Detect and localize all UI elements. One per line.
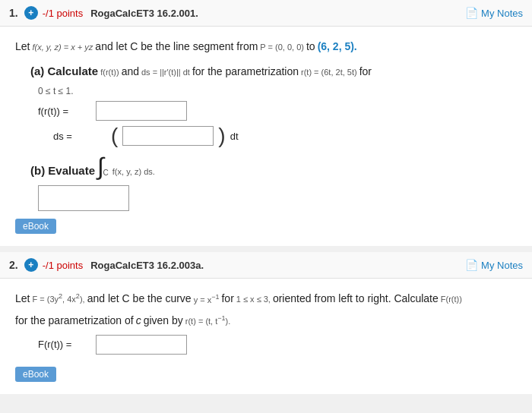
to-point-1: (6, 2, 5). [318, 37, 357, 56]
part-b-input-area [38, 185, 517, 211]
my-notes-link-1[interactable]: 📄 My Notes [465, 7, 523, 19]
ebook-button-2[interactable]: eBook [15, 367, 56, 382]
F-rt-2: F(r(t)) [441, 292, 462, 307]
ds-row: ds = ( ) dt [53, 125, 517, 147]
range-2: 1 ≤ x ≤ 3, [236, 292, 271, 307]
question-2-body: Let F = (3y2, 4x2), and let C be the cur… [0, 279, 532, 393]
close-paren: ) [218, 125, 225, 147]
part-a-for2: for [359, 62, 372, 81]
and-text-1: and let C be the line segment from [95, 37, 258, 56]
part-a-f: f(r(t)) [100, 65, 119, 80]
question-1: 1. + -/1 points RogaCalcET3 16.2.001. 📄 … [0, 0, 532, 246]
from-point-1: P = (0, 0, 0) [260, 40, 304, 55]
integral-text: f(x, y, z) ds. [112, 165, 155, 180]
F-rt-input[interactable] [96, 335, 187, 355]
curve-eq-2: y = x−1 [194, 291, 220, 307]
part-a-for: for the parametrization [192, 62, 299, 81]
F-rt-row: F(r(t)) = [38, 335, 517, 355]
question-2-header: 2. + -/1 points RogaCalcET3 16.2.003a. 📄… [0, 252, 532, 279]
f-def-1: f(x, y, z) = x + yz [32, 40, 93, 55]
and-text-2: and let C be the curve [87, 289, 192, 308]
problem-1-statement: Let f(x, y, z) = x + yz and let C be the… [15, 37, 517, 56]
notes-label-2: My Notes [481, 260, 523, 271]
question-1-points: -/1 points [43, 8, 83, 19]
ebook-button-1[interactable]: eBook [15, 219, 56, 234]
integral-symbol: ∫ C [97, 154, 104, 178]
part-b-row: (b) Evaluate ∫ C f(x, y, z) ds. [30, 154, 517, 181]
question-2: 2. + -/1 points RogaCalcET3 16.2.003a. 📄… [0, 252, 532, 393]
question-1-title: RogaCalcET3 16.2.001. [90, 8, 465, 19]
integral-sub-label: C [103, 169, 109, 177]
f-rt-input[interactable] [96, 101, 187, 121]
given-text-2: given by [144, 311, 183, 330]
part-a-and: and [122, 62, 139, 81]
part-a-row: (a) Calculate f(r(t)) and ds = ||r′(t)||… [30, 61, 517, 81]
F-rt-label: F(r(t)) = [38, 339, 91, 350]
ds-input[interactable] [122, 126, 214, 146]
f-rt-row: f(r(t)) = [38, 101, 517, 121]
r-def-2: r(t) = (t, t−1). [185, 312, 230, 329]
let-text-2: Let [15, 289, 30, 308]
part-a-label: (a) Calculate [30, 61, 98, 81]
question-2-number: 2. [9, 259, 18, 271]
oriented-text-2: oriented from left to right. Calculate [273, 289, 439, 308]
F-def-2: F = (3y2, 4x2), [32, 291, 84, 307]
to-text-1: to [306, 37, 315, 56]
dt-label: dt [230, 131, 239, 142]
c-text-2: c [136, 311, 141, 330]
constraint-1: 0 ≤ t ≤ 1. [38, 86, 517, 96]
open-paren: ( [111, 125, 118, 147]
question-2-badge: + [24, 258, 38, 272]
question-1-badge: + [24, 6, 38, 20]
question-1-body: Let f(x, y, z) = x + yz and let C be the… [0, 27, 532, 246]
ds-label: ds = [53, 131, 106, 142]
let-text-1: Let [15, 37, 30, 56]
part-b-input[interactable] [38, 185, 129, 211]
notes-icon-2: 📄 [465, 259, 478, 271]
notes-icon-1: 📄 [465, 7, 478, 19]
problem-2-statement: Let F = (3y2, 4x2), and let C be the cur… [15, 289, 517, 329]
for-text-2: for [221, 289, 233, 308]
question-2-points: -/1 points [43, 260, 83, 271]
question-1-number: 1. [9, 7, 18, 19]
notes-label-1: My Notes [481, 8, 523, 19]
question-2-title: RogaCalcET3 16.2.003a. [90, 260, 465, 271]
part-a-r: r(t) = (6t, 2t, 5t) [301, 65, 357, 80]
for2-text-2: for the parametrization of [15, 311, 134, 330]
question-1-header: 1. + -/1 points RogaCalcET3 16.2.001. 📄 … [0, 0, 532, 27]
my-notes-link-2[interactable]: 📄 My Notes [465, 259, 523, 271]
part-b-label: (b) Evaluate [30, 160, 95, 181]
part-a-ds: ds = ||r′(t)|| dt [141, 65, 190, 80]
f-rt-label: f(r(t)) = [38, 106, 91, 117]
